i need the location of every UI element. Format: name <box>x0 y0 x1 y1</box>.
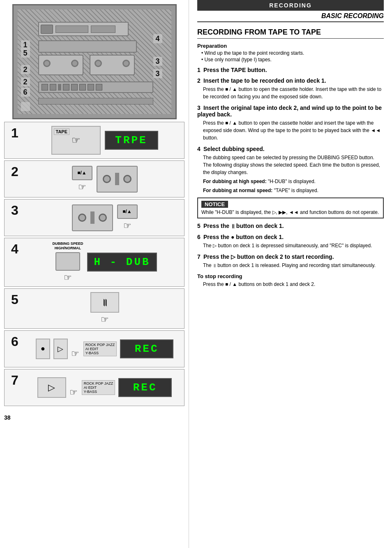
page-number: 38 <box>4 414 184 421</box>
step-3-desc: Press the ■ / ▲ button to open the casse… <box>203 119 384 142</box>
step-2-box: 2 ■/▲ ☞ <box>4 160 184 197</box>
device-deck2 <box>90 55 135 75</box>
step-6-display: REC <box>120 339 173 358</box>
prep-heading: Preparation <box>197 43 384 49</box>
mode-display-6: ROCK POP JAZZAI EDITY-BASS <box>83 341 117 356</box>
step-5-instruction: 5 Press the ॥ button on deck 1. <box>197 223 384 230</box>
hand-icon-2: ☞ <box>78 182 92 193</box>
step-3-instruction: 3 Insert the original tape into deck 2, … <box>197 104 384 118</box>
step-1-instruction: 1 Press the TAPE button. <box>197 67 384 73</box>
step-2-illustration: ■/▲ ☞ <box>72 166 138 193</box>
device-label-3b: 3 <box>153 69 162 78</box>
notice-title: NOTICE <box>201 201 228 208</box>
hand-icon-3: ☞ <box>123 221 138 231</box>
step-4-content: DUBBING SPEEDHIGH/NORMAL ☞ H - DUB <box>25 238 184 286</box>
hand-icon-5: ☞ <box>101 314 109 325</box>
step-5-number: 5 <box>5 289 25 307</box>
hand-icon-4: ☞ <box>64 272 72 283</box>
step-6-box: 6 ● ▷ ☞ ROCK POP JAZZAI EDITY-BASS REC <box>4 330 184 367</box>
device-bottom-strip <box>38 98 153 104</box>
device-label-2a: 2 <box>21 65 30 74</box>
step-7-number: 7 <box>5 369 25 388</box>
eject-button-2: ■/▲ <box>117 204 138 219</box>
dubbing-speed-label: DUBBING SPEEDHIGH/NORMAL <box>52 241 83 251</box>
step-5-content: ॥ ☞ <box>25 289 184 328</box>
device-bottom-row <box>38 81 153 93</box>
step-6-content: ● ▷ ☞ ROCK POP JAZZAI EDITY-BASS REC <box>25 335 184 362</box>
hand-icon-7: ☞ <box>69 387 78 398</box>
mode-display-7: ROCK POP JAZZAI EDITY-BASS <box>82 380 115 395</box>
device-mid-row <box>38 40 137 53</box>
step-7-content: ▷ ☞ ROCK POP JAZZAI EDITY-BASS REC <box>25 374 184 401</box>
prep-bullet-1: • Wind up the tape to the point recordin… <box>201 50 384 56</box>
deck1-open <box>97 166 138 193</box>
step-4-normal-speed: For dubbing at normal speed: "TAPE" is d… <box>203 187 384 194</box>
hand-icon-6: ☞ <box>71 348 79 359</box>
left-panel: 1 2 2 4 3 3 5 6 <box>0 0 189 548</box>
right-panel: RECORDING BASIC RECORDING RECORDING FROM… <box>189 0 392 548</box>
device-label-3a: 3 <box>153 57 162 66</box>
step-2-instruction: 2 Insert the tape to be recorded on into… <box>197 77 384 84</box>
play-button-7[interactable]: ▷ <box>37 377 66 398</box>
step-7-display: REC <box>118 378 172 397</box>
pause-button[interactable]: ॥ <box>90 292 119 313</box>
step-4-number: 4 <box>5 238 25 257</box>
step-3-box: 3 ■/▲ ☞ <box>4 199 184 236</box>
step-6-desc: The ▷ button on deck 1 is depressed simu… <box>203 242 384 249</box>
device-label-6: 6 <box>21 88 30 97</box>
step-7-instruction: 7 Press the ▷ button on deck 2 to start … <box>197 253 384 260</box>
tape-button-label: TAPE <box>54 128 70 135</box>
step-1-number: 1 <box>5 122 25 141</box>
notice-box: NOTICE While "H-DUB" is displayed, the ▷… <box>197 197 384 218</box>
step-4-display: H - DUB <box>87 253 157 272</box>
step-4-instruction: 4 Select dubbing speed. <box>197 146 384 152</box>
step-6-number: 6 <box>5 331 25 349</box>
step-2-number: 2 <box>5 161 25 179</box>
device-label-5: 5 <box>21 49 30 58</box>
step-1-box: 1 TAPE ☞ TRPE <box>4 122 184 159</box>
hand-icon-1: ☞ <box>71 135 81 146</box>
step-1-content: TAPE ☞ TRPE <box>25 123 184 158</box>
step-7-desc: The ॥ button on deck 1 is released. Play… <box>203 262 384 269</box>
device-label-7-implied <box>21 102 30 111</box>
step-3-content: ■/▲ ☞ <box>25 201 184 235</box>
deck2-open <box>72 204 113 231</box>
device-deck1 <box>38 55 83 75</box>
device-top-deck <box>38 22 129 36</box>
step-3-number: 3 <box>5 200 25 218</box>
step-2-content: ■/▲ ☞ <box>25 163 184 196</box>
recording-header: RECORDING <box>197 0 384 11</box>
device-label-1: 1 <box>21 40 30 49</box>
device-label-2b: 2 <box>21 77 30 86</box>
stop-recording-text: Press the ■ / ▲ buttons on both deck 1 a… <box>203 281 384 288</box>
step-4-box: 4 DUBBING SPEEDHIGH/NORMAL ☞ H - DUB <box>4 238 184 287</box>
step-6-instruction: 6 Press the ● button on deck 1. <box>197 234 384 240</box>
step-2-desc: Press the ■ / ▲ button to open the casse… <box>203 86 384 100</box>
notice-text: While "H-DUB" is displayed, the ▷, ▶▶, ◄… <box>201 209 380 215</box>
eject-button: ■/▲ <box>72 166 92 180</box>
stop-recording-heading: To stop recording <box>197 273 384 279</box>
basic-recording-subheader: BASIC RECORDING <box>197 12 384 22</box>
step-3-illustration: ■/▲ ☞ <box>72 204 138 231</box>
record-button[interactable]: ● <box>36 339 50 359</box>
step-5-box: 5 ॥ ☞ <box>4 288 184 329</box>
step-1-display: TRPE <box>105 131 158 150</box>
step-4-desc: The dubbing speed can be selected by pre… <box>203 154 384 176</box>
dubbing-speed-button[interactable] <box>55 252 80 271</box>
play-button-6[interactable]: ▷ <box>53 339 68 359</box>
section-title: RECORDING FROM TAPE TO TAPE <box>197 28 384 39</box>
device-diagram: 1 2 2 4 3 3 5 6 <box>12 4 177 119</box>
device-label-4: 4 <box>153 34 162 43</box>
step-4-high-speed: For dubbing at high speed: "H-DUB" is di… <box>203 178 384 185</box>
step-7-box: 7 ▷ ☞ ROCK POP JAZZAI EDITY-BASS REC <box>4 369 184 406</box>
prep-bullet-2: • Use only normal (type I) tapes. <box>201 57 384 63</box>
